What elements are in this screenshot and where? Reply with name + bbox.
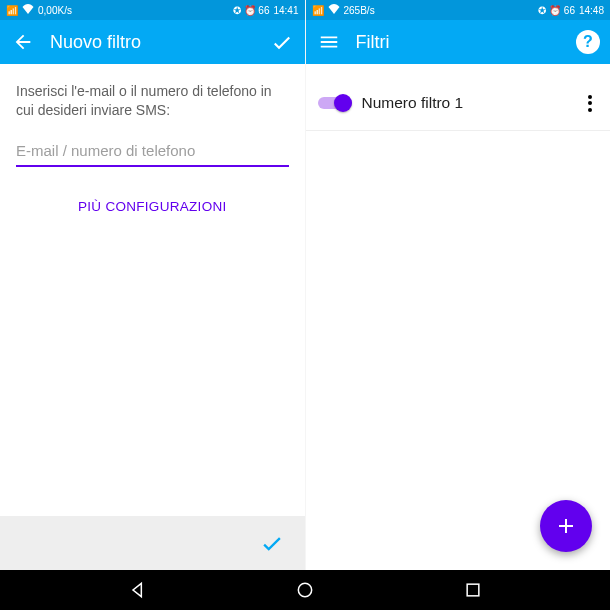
status-bar: 📶 0,00K/s ✪ ⏰ 66 14:41 [0,0,305,20]
back-button[interactable] [10,29,36,55]
nav-back-button[interactable] [108,580,168,600]
signal-icon: 📶 [312,5,324,16]
help-button[interactable]: ? [576,30,600,54]
network-speed: 265B/s [344,5,375,16]
screen-body: Numero filtro 1 [306,64,611,570]
screen-filters-list: 📶 265B/s ✪ ⏰ 66 14:48 Filtri ? [305,0,611,570]
status-time: 14:48 [579,5,604,16]
status-bar: 📶 265B/s ✪ ⏰ 66 14:48 [306,0,611,20]
filter-toggle[interactable] [318,94,352,112]
menu-button[interactable] [316,29,342,55]
confirm-button[interactable] [269,29,295,55]
instruction-text: Inserisci l'e-mail o il numero di telefo… [16,82,289,120]
wifi-icon [328,4,340,16]
nav-recents-button[interactable] [443,580,503,600]
more-options-button[interactable] [582,90,598,116]
bottom-bar [0,516,305,570]
wifi-icon [22,4,34,16]
page-title: Filtri [356,32,563,53]
app-bar: Nuovo filtro [0,20,305,64]
list-item[interactable]: Numero filtro 1 [306,82,611,131]
system-nav-bar [0,570,610,610]
filter-label: Numero filtro 1 [362,94,573,112]
page-title: Nuovo filtro [50,32,255,53]
signal-icon: 📶 [6,5,18,16]
status-icons: ✪ ⏰ 66 [233,5,270,16]
recipient-input[interactable] [16,136,289,167]
status-icons: ✪ ⏰ 66 [538,5,575,16]
add-filter-fab[interactable] [540,500,592,552]
more-config-button[interactable]: PIÙ CONFIGURAZIONI [16,199,289,214]
nav-home-button[interactable] [275,580,335,600]
confirm-check-button[interactable] [259,530,285,556]
svg-point-0 [298,583,311,596]
app-bar: Filtri ? [306,20,611,64]
screen-body: Inserisci l'e-mail o il numero di telefo… [0,64,305,516]
screen-new-filter: 📶 0,00K/s ✪ ⏰ 66 14:41 Nuovo filtro Inse… [0,0,305,570]
svg-rect-1 [467,584,479,596]
status-time: 14:41 [273,5,298,16]
network-speed: 0,00K/s [38,5,72,16]
